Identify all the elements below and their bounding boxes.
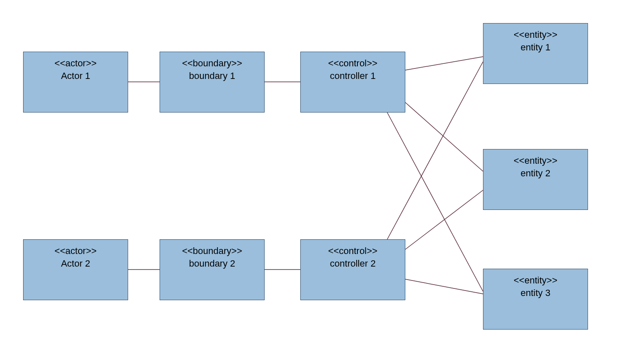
node-entity1[interactable]: <<entity>> entity 1 [483,23,588,84]
node-controller2[interactable]: <<control>> controller 2 [300,239,405,300]
node-controller1[interactable]: <<control>> controller 1 [300,52,405,113]
node-label: entity 1 [483,41,588,54]
stereotype-text: <<control>> [301,245,405,257]
stereotype-text: <<entity>> [483,29,588,41]
edge-controller2-entity2 [405,190,483,249]
node-entity3[interactable]: <<entity>> entity 3 [483,269,588,330]
edge-controller1-entity2 [405,102,483,171]
node-boundary1[interactable]: <<boundary>> boundary 1 [160,52,265,113]
stereotype-text: <<boundary>> [160,245,264,257]
edge-controller1-entity1 [405,57,483,70]
diagram-canvas: <<actor>> Actor 1 <<boundary>> boundary … [0,0,630,364]
node-boundary2[interactable]: <<boundary>> boundary 2 [160,239,265,300]
node-label: entity 3 [483,287,588,299]
stereotype-text: <<entity>> [483,274,588,287]
node-entity2[interactable]: <<entity>> entity 2 [483,149,588,210]
node-actor2[interactable]: <<actor>> Actor 2 [23,239,128,300]
node-label: controller 1 [301,70,405,82]
stereotype-text: <<actor>> [24,245,128,257]
node-label: boundary 2 [160,257,264,270]
node-actor1[interactable]: <<actor>> Actor 1 [23,52,128,113]
node-label: Actor 1 [24,70,128,82]
edge-controller2-entity3 [405,279,483,294]
node-label: entity 2 [483,167,588,180]
node-label: boundary 1 [160,70,264,82]
node-label: controller 2 [301,257,405,270]
node-label: Actor 2 [24,257,128,270]
stereotype-text: <<entity>> [483,155,588,167]
stereotype-text: <<control>> [301,57,405,70]
stereotype-text: <<actor>> [24,57,128,70]
stereotype-text: <<boundary>> [160,57,264,70]
